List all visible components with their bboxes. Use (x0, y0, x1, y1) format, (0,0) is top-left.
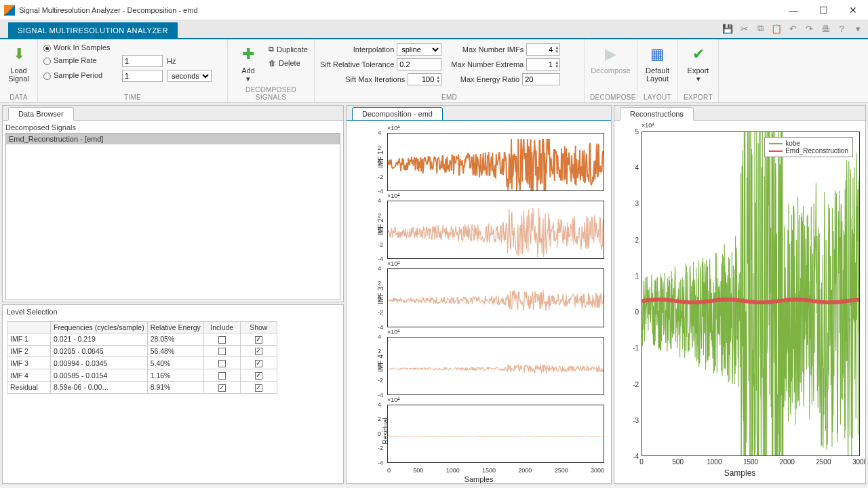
sift-max-iter-spinner[interactable]: ▲▼ (408, 73, 441, 85)
decompose-button[interactable]: ▶ Decompose (590, 42, 631, 76)
table-row[interactable]: IMF 20.0205 - 0.064556.48% (7, 345, 277, 357)
sift-rel-tol-input[interactable] (397, 58, 441, 70)
maximize-button[interactable]: ☐ (808, 0, 838, 20)
add-button[interactable]: ✚ Add▾ (233, 42, 263, 84)
load-signal-button[interactable]: ⬇ LoadSignal (5, 42, 32, 84)
max-extrema-label: Max Number Extrema (451, 60, 524, 68)
show-checkbox[interactable] (255, 384, 262, 392)
subplot[interactable]: ×10⁴IMF 4-4-2024 (387, 331, 604, 395)
table-row[interactable]: IMF 40.00585 - 0.01541.16% (7, 369, 277, 382)
sift-rel-tol-label: Sift Relative Tolerance (320, 60, 394, 68)
recon-xlabel: Samples (724, 468, 756, 478)
group-time: Work In Samples Sample Rate Hz Sample Pe… (38, 39, 228, 102)
delete-button[interactable]: 🗑Delete (266, 58, 311, 68)
duplicate-button[interactable]: ⧉Duplicate (266, 43, 311, 55)
reconstruction-legend[interactable]: kobeEmd_Reconstruction (764, 137, 853, 157)
trash-icon: 🗑 (269, 59, 276, 67)
level-selection-table: Frequencies (cycles/sample) Relative Ene… (7, 321, 277, 394)
sample-period-input[interactable] (122, 70, 163, 82)
max-imfs-spinner[interactable]: ▲▼ (526, 43, 560, 56)
duplicate-icon: ⧉ (269, 45, 274, 54)
plus-icon: ✚ (237, 43, 259, 65)
redo-icon[interactable]: ↷ (803, 22, 815, 35)
table-row[interactable]: IMF 30.00994 - 0.03455.40% (7, 357, 277, 369)
max-extrema-spinner[interactable]: ▲▼ (526, 58, 560, 70)
legend-item[interactable]: kobe (769, 140, 848, 147)
copy-icon[interactable]: ⧉ (754, 22, 766, 35)
decomposition-xlabel: Samples (465, 475, 494, 483)
table-row[interactable]: Residual8.59e-06 - 0.00…8.91% (7, 381, 277, 393)
minimize-button[interactable]: — (778, 0, 808, 20)
sample-rate-radio[interactable]: Sample Rate (43, 56, 118, 65)
reconstructions-panel: Reconstructions ×10⁴ Samples kobeEmd_Rec… (614, 105, 866, 484)
subplot[interactable]: ×10⁴IMF 2-4-2024 (387, 195, 604, 259)
include-checkbox[interactable] (218, 348, 226, 355)
play-icon: ▶ (600, 43, 622, 65)
sift-max-iter-label: Sift Max Iterations (345, 75, 405, 83)
interpolation-select[interactable]: spline (397, 43, 441, 56)
left-column: Data Browser Decomposed Signals Emd_Reco… (2, 105, 344, 484)
show-checkbox[interactable] (255, 372, 262, 380)
data-browser-panel: Data Browser Decomposed Signals Emd_Reco… (2, 105, 344, 302)
layout-grid-icon: ▦ (647, 43, 669, 65)
include-checkbox[interactable] (218, 372, 226, 380)
legend-item[interactable]: Emd_Reconstruction (769, 147, 848, 155)
level-selection-panel: Level Selection Frequencies (cycles/samp… (2, 304, 344, 484)
show-checkbox[interactable] (255, 336, 262, 344)
table-row[interactable]: IMF 10.021 - 0.21928.05% (7, 333, 277, 346)
work-in-samples-radio[interactable]: Work In Samples (43, 43, 222, 52)
decomposed-signals-list[interactable]: Emd_Reconstruction - [emd] (5, 133, 340, 300)
period-unit-select[interactable]: seconds (167, 70, 212, 82)
ribbon: ⬇ LoadSignal DATA Work In Samples Sample… (0, 39, 868, 103)
help-icon[interactable]: ? (835, 22, 848, 35)
max-energy-input[interactable] (522, 73, 560, 85)
level-selection-header: Level Selection (3, 305, 343, 319)
group-emd: Interpolation spline Sift Relative Toler… (315, 39, 585, 102)
interpolation-label: Interpolation (353, 45, 395, 54)
group-data: ⬇ LoadSignal DATA (0, 39, 38, 102)
decomposition-plot-area[interactable]: ×10⁴IMF 1-4-2024 ×10⁴IMF 2-4-2024 ×10⁴IM… (347, 121, 611, 483)
group-decompose: ▶ Decompose DECOMPOSE (585, 39, 637, 102)
include-checkbox[interactable] (218, 360, 226, 367)
check-icon: ✔ (688, 43, 709, 65)
export-button[interactable]: ✔ Export▾ (684, 42, 713, 84)
ribbon-tab-row: SIGNAL MULTIRESOLUTION ANALYZER 💾 ✂ ⧉ 📋 … (0, 20, 868, 39)
undo-icon[interactable]: ↶ (787, 22, 799, 35)
group-layout: ▦ DefaultLayout LAYOUT (637, 39, 678, 102)
tab-decomposition[interactable]: Decomposition - emd (352, 107, 443, 121)
group-export: ✔ Export▾ EXPORT (678, 39, 719, 102)
print-icon[interactable]: 🖶 (819, 22, 831, 35)
decomposed-signals-header: Decomposed Signals (5, 122, 340, 133)
subplot[interactable]: ×10⁴IMF 1-4-2024 (387, 127, 604, 191)
include-checkbox[interactable] (218, 336, 226, 344)
reconstruction-trace (642, 132, 859, 455)
reconstruction-axes[interactable] (642, 131, 860, 456)
dropdown-icon[interactable]: ▾ (852, 22, 864, 35)
max-imfs-label: Max Number IMFs (462, 45, 524, 54)
subplot[interactable]: ×10⁴IMF 3-4-2024 (387, 263, 604, 327)
content-area: Data Browser Decomposed Signals Emd_Reco… (0, 103, 868, 486)
ribbon-tab-main[interactable]: SIGNAL MULTIRESOLUTION ANALYZER (8, 22, 178, 38)
download-arrow-icon: ⬇ (8, 43, 30, 65)
list-item[interactable]: Emd_Reconstruction - [emd] (6, 134, 340, 144)
window-titlebar: Signal Multiresolution Analyzer - Decomp… (0, 0, 868, 20)
default-layout-button[interactable]: ▦ DefaultLayout (643, 42, 672, 84)
save-icon[interactable]: 💾 (722, 22, 734, 35)
subplot[interactable]: ×10⁴Residual-4-2024 (387, 399, 604, 463)
tab-reconstructions[interactable]: Reconstructions (620, 107, 694, 121)
cut-icon[interactable]: ✂ (738, 22, 750, 35)
close-button[interactable]: ✕ (838, 0, 868, 20)
quick-access-toolbar: 💾 ✂ ⧉ 📋 ↶ ↷ 🖶 ? ▾ (722, 22, 864, 35)
group-decomposed-signals: ✚ Add▾ ⧉Duplicate 🗑Delete DECOMPOSED SIG… (228, 39, 315, 102)
rate-unit-label: Hz (167, 57, 208, 65)
paste-icon[interactable]: 📋 (770, 22, 783, 35)
sample-rate-input[interactable] (122, 55, 163, 67)
window-title: Signal Multiresolution Analyzer - Decomp… (19, 6, 198, 14)
include-checkbox[interactable] (218, 384, 226, 392)
tab-data-browser[interactable]: Data Browser (8, 107, 74, 121)
show-checkbox[interactable] (255, 360, 262, 367)
decomposition-panel: Decomposition - emd ×10⁴IMF 1-4-2024 ×10… (346, 105, 612, 484)
sample-period-radio[interactable]: Sample Period (43, 71, 118, 80)
recon-y-exponent: ×10⁴ (642, 122, 654, 129)
show-checkbox[interactable] (255, 348, 262, 355)
